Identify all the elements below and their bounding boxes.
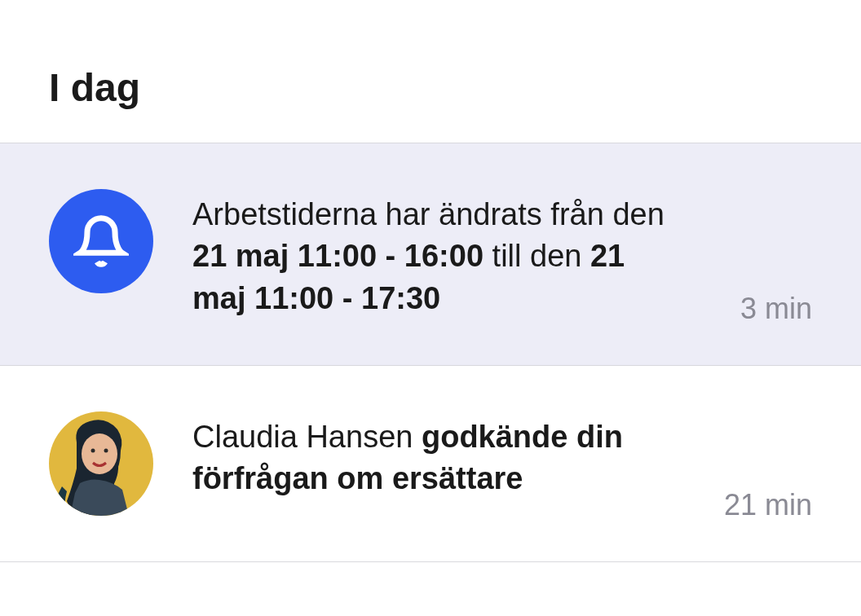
- notification-list: Arbetstiderna har ändrats från den 21 ma…: [0, 143, 861, 562]
- notification-body: Arbetstiderna har ändrats från den 21 ma…: [192, 189, 812, 319]
- notification-time: 3 min: [740, 292, 812, 326]
- svg-point-2: [82, 433, 117, 474]
- section-title: I dag: [49, 65, 812, 110]
- notification-item[interactable]: Arbetstiderna har ändrats från den 21 ma…: [0, 143, 861, 366]
- notification-body: Claudia Hansen godkände din förfrågan om…: [192, 411, 812, 500]
- section-header: I dag: [0, 0, 861, 143]
- avatar: [49, 411, 153, 516]
- notification-text: Claudia Hansen godkände din förfrågan om…: [192, 416, 673, 500]
- bell-icon: [49, 189, 153, 293]
- notification-text: Arbetstiderna har ändrats från den 21 ma…: [192, 194, 673, 319]
- notification-time: 21 min: [724, 488, 812, 522]
- notification-item[interactable]: Claudia Hansen godkände din förfrågan om…: [0, 366, 861, 562]
- svg-point-3: [91, 448, 95, 452]
- svg-point-4: [104, 448, 108, 452]
